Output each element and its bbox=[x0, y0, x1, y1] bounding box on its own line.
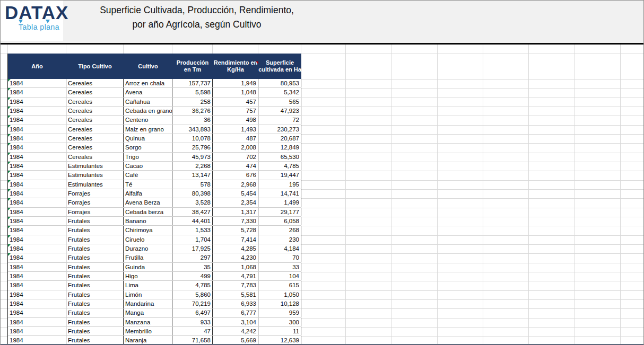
cell-rendimiento[interactable]: 487 bbox=[213, 134, 258, 143]
cell-produccion[interactable]: 4,785 bbox=[172, 281, 213, 289]
cell-cultivo[interactable]: Limón bbox=[124, 290, 172, 299]
cell-superficie[interactable]: 70 bbox=[258, 253, 301, 262]
header-produccion[interactable]: Producción en Tm bbox=[172, 54, 213, 79]
cell-cultivo[interactable]: Banano bbox=[124, 217, 172, 225]
cell-superficie[interactable]: 565 bbox=[258, 98, 301, 106]
cell-ano[interactable]: 1984 bbox=[8, 88, 66, 96]
cell-tipo[interactable]: Cereales bbox=[66, 143, 124, 152]
cell-rendimiento[interactable]: 4,230 bbox=[213, 253, 258, 262]
cell-cultivo[interactable]: Maiz en grano bbox=[124, 125, 172, 134]
cell-ano[interactable]: 1984 bbox=[8, 79, 66, 87]
cell-cultivo[interactable]: Avena Berza bbox=[124, 198, 172, 207]
cell-ano[interactable]: 1984 bbox=[8, 125, 66, 134]
cell-rendimiento[interactable]: 7,414 bbox=[213, 235, 258, 244]
cell-superficie[interactable]: 20,687 bbox=[258, 134, 301, 143]
cell-tipo[interactable]: Forrajes bbox=[66, 208, 124, 216]
cell-produccion[interactable]: 47 bbox=[172, 327, 213, 335]
cell-tipo[interactable]: Estimulantes bbox=[66, 171, 124, 179]
cell-cultivo[interactable]: Mandarina bbox=[124, 299, 172, 308]
cell-tipo[interactable]: Frutales bbox=[66, 244, 124, 253]
cell-cultivo[interactable]: Higo bbox=[124, 272, 172, 280]
cell-ano[interactable]: 1984 bbox=[8, 162, 66, 170]
cell-cultivo[interactable]: Cebada berza bbox=[124, 208, 172, 216]
cell-produccion[interactable]: 1,533 bbox=[172, 226, 213, 234]
cell-rendimiento[interactable]: 1,317 bbox=[213, 208, 258, 216]
cell-produccion[interactable]: 499 bbox=[172, 272, 213, 280]
cell-superficie[interactable]: 47,923 bbox=[258, 107, 301, 115]
cell-cultivo[interactable]: Avena bbox=[124, 88, 172, 96]
cell-produccion[interactable]: 38,427 bbox=[172, 208, 213, 216]
cell-cultivo[interactable]: Café bbox=[124, 171, 172, 179]
cell-rendimiento[interactable]: 2,354 bbox=[213, 198, 258, 207]
cell-rendimiento[interactable]: 5,728 bbox=[213, 226, 258, 234]
cell-tipo[interactable]: Frutales bbox=[66, 235, 124, 244]
cell-ano[interactable]: 1984 bbox=[8, 171, 66, 179]
cell-tipo[interactable]: Cereales bbox=[66, 153, 124, 161]
cell-cultivo[interactable]: Alfalfa bbox=[124, 189, 172, 198]
cell-ano[interactable]: 1984 bbox=[8, 235, 66, 244]
cell-cultivo[interactable]: Cañahua bbox=[124, 98, 172, 106]
cell-tipo[interactable]: Frutales bbox=[66, 308, 124, 317]
cell-ano[interactable]: 1984 bbox=[8, 290, 66, 299]
cell-produccion[interactable]: 1,704 bbox=[172, 235, 213, 244]
cell-rendimiento[interactable]: 498 bbox=[213, 116, 258, 124]
cell-cultivo[interactable]: Manzana bbox=[124, 318, 172, 326]
cell-produccion[interactable]: 578 bbox=[172, 180, 213, 189]
cell-superficie[interactable]: 300 bbox=[258, 318, 301, 326]
cell-rendimiento[interactable]: 2,968 bbox=[213, 180, 258, 189]
cell-cultivo[interactable]: Quinua bbox=[124, 134, 172, 143]
cell-ano[interactable]: 1984 bbox=[8, 272, 66, 280]
cell-produccion[interactable]: 35 bbox=[172, 263, 213, 271]
cell-tipo[interactable]: Cereales bbox=[66, 116, 124, 124]
cell-cultivo[interactable]: Sorgo bbox=[124, 143, 172, 152]
cell-produccion[interactable]: 44,401 bbox=[172, 217, 213, 225]
cell-superficie[interactable]: 195 bbox=[258, 180, 301, 189]
cell-superficie[interactable]: 10,128 bbox=[258, 299, 301, 308]
cell-tipo[interactable]: Frutales bbox=[66, 318, 124, 326]
header-superficie[interactable]: Superficie cultivada en Ha bbox=[258, 54, 301, 79]
cell-ano[interactable]: 1984 bbox=[8, 244, 66, 253]
cell-ano[interactable]: 1984 bbox=[8, 107, 66, 115]
cell-superficie[interactable]: 104 bbox=[258, 272, 301, 280]
cell-cultivo[interactable]: Membrillo bbox=[124, 327, 172, 335]
cell-cultivo[interactable]: Arroz en chala bbox=[124, 79, 172, 87]
cell-ano[interactable]: 1984 bbox=[8, 116, 66, 124]
cell-tipo[interactable]: Cereales bbox=[66, 107, 124, 115]
cell-tipo[interactable]: Estimulantes bbox=[66, 162, 124, 170]
cell-cultivo[interactable]: Cacao bbox=[124, 162, 172, 170]
cell-tipo[interactable]: Frutales bbox=[66, 327, 124, 335]
cell-tipo[interactable]: Frutales bbox=[66, 290, 124, 299]
cell-superficie[interactable]: 19,447 bbox=[258, 171, 301, 179]
cell-rendimiento[interactable]: 7,783 bbox=[213, 281, 258, 289]
cell-superficie[interactable]: 12,849 bbox=[258, 143, 301, 152]
cell-superficie[interactable]: 268 bbox=[258, 226, 301, 234]
cell-produccion[interactable]: 5,860 bbox=[172, 290, 213, 299]
cell-superficie[interactable]: 230 bbox=[258, 235, 301, 244]
cell-cultivo[interactable]: Trigo bbox=[124, 153, 172, 161]
cell-ano[interactable]: 1984 bbox=[8, 253, 66, 262]
cell-rendimiento[interactable]: 702 bbox=[213, 153, 258, 161]
cell-cultivo[interactable]: Guinda bbox=[124, 263, 172, 271]
cell-rendimiento[interactable]: 1,068 bbox=[213, 263, 258, 271]
cell-produccion[interactable]: 17,925 bbox=[172, 244, 213, 253]
cell-produccion[interactable]: 2,268 bbox=[172, 162, 213, 170]
cell-tipo[interactable]: Frutales bbox=[66, 217, 124, 225]
cell-rendimiento[interactable]: 4,285 bbox=[213, 244, 258, 253]
cell-rendimiento[interactable]: 7,330 bbox=[213, 217, 258, 225]
cell-produccion[interactable]: 343,893 bbox=[172, 125, 213, 134]
cell-produccion[interactable]: 258 bbox=[172, 98, 213, 106]
cell-superficie[interactable]: 4,785 bbox=[258, 162, 301, 170]
cell-produccion[interactable]: 5,598 bbox=[172, 88, 213, 96]
cell-tipo[interactable]: Cereales bbox=[66, 125, 124, 134]
cell-superficie[interactable]: 959 bbox=[258, 308, 301, 317]
cell-superficie[interactable]: 33 bbox=[258, 263, 301, 271]
cell-superficie[interactable]: 14,741 bbox=[258, 189, 301, 198]
cell-superficie[interactable]: 80,953 bbox=[258, 79, 301, 87]
cell-rendimiento[interactable]: 1,949 bbox=[213, 79, 258, 87]
cell-produccion[interactable]: 3,528 bbox=[172, 198, 213, 207]
cell-ano[interactable]: 1984 bbox=[8, 189, 66, 198]
cell-tipo[interactable]: Frutales bbox=[66, 263, 124, 271]
cell-tipo[interactable]: Frutales bbox=[66, 272, 124, 280]
cell-rendimiento[interactable]: 2,008 bbox=[213, 143, 258, 152]
cell-tipo[interactable]: Cereales bbox=[66, 88, 124, 96]
